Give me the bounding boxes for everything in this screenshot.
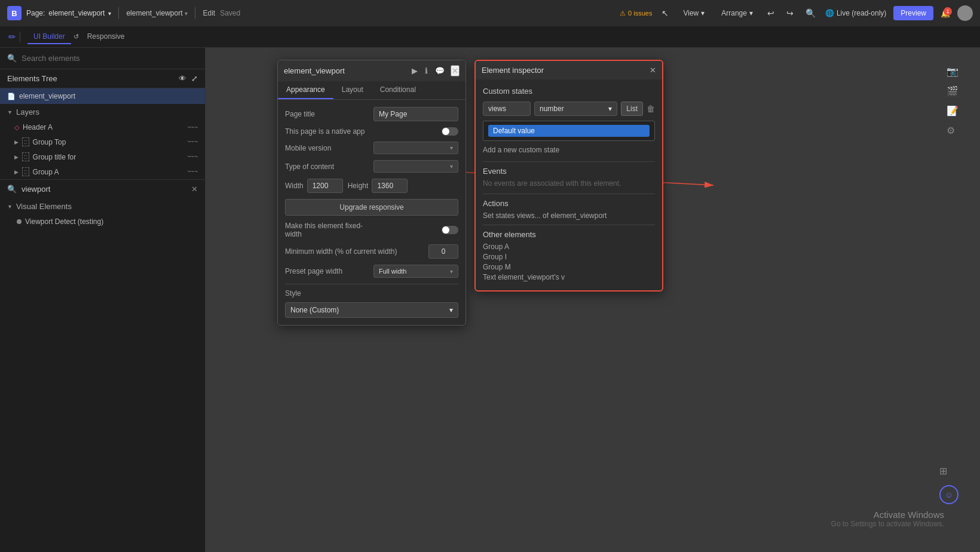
avatar[interactable] bbox=[957, 5, 973, 21]
redo-button[interactable]: ↪ bbox=[784, 6, 796, 20]
tab-responsive[interactable]: Responsive bbox=[81, 30, 131, 44]
inspector-divider bbox=[483, 225, 655, 225]
events-note: No events are associated with this eleme… bbox=[483, 179, 655, 188]
style-label: Style bbox=[285, 289, 458, 298]
layer-item-group-a[interactable]: ▶ :: Group A ~~~ bbox=[0, 164, 205, 179]
logo-icon: B bbox=[7, 6, 22, 20]
undo-button[interactable]: ↩ bbox=[765, 6, 777, 20]
custom-states-label: Custom states bbox=[483, 87, 655, 96]
viewport-search-row: 🔍 ✕ bbox=[0, 179, 205, 198]
add-state-link[interactable]: Add a new custom state bbox=[483, 146, 655, 154]
warning-icon: ⚠ bbox=[620, 10, 626, 17]
layer-item-group-title[interactable]: ▶ :: Group title for ~~~ bbox=[0, 149, 205, 164]
section-divider bbox=[285, 284, 458, 284]
layers-label: Layers bbox=[16, 108, 39, 116]
other-element-group-m[interactable]: Group M bbox=[483, 263, 655, 271]
state-delete-button[interactable]: 🗑 bbox=[647, 104, 655, 114]
group-a-icon: :: bbox=[22, 167, 29, 176]
issues-count: 0 issues bbox=[628, 10, 652, 17]
notifications-button[interactable]: 🔔 1 bbox=[941, 9, 950, 18]
layer-dots: ~~~ bbox=[187, 168, 198, 175]
ui-builder-icon[interactable]: ✏ bbox=[8, 32, 16, 42]
breadcrumb[interactable]: element_viewport ▾ bbox=[126, 9, 188, 17]
state-list-button[interactable]: List bbox=[621, 102, 643, 116]
other-element-group-i[interactable]: Group I bbox=[483, 253, 655, 261]
other-element-group-a[interactable]: Group A bbox=[483, 243, 655, 251]
native-app-toggle[interactable] bbox=[442, 127, 458, 136]
watermark: Activate Windows Go to Settings to activ… bbox=[831, 510, 944, 528]
right-floating-panel: 📷 🎬 📝 ⚙ bbox=[947, 66, 958, 136]
tab-ui-builder[interactable]: UI Builder bbox=[27, 30, 71, 44]
mobile-version-select[interactable]: ▾ bbox=[373, 142, 458, 154]
height-input[interactable] bbox=[372, 179, 408, 193]
fixed-width-label: Make this element fixed-width bbox=[285, 222, 369, 238]
globe-icon: 🌐 bbox=[825, 9, 834, 17]
arrange-menu-button[interactable]: Arrange ▾ bbox=[716, 7, 758, 20]
style-value: None (Custom) bbox=[290, 306, 449, 314]
panel-viewport: element_viewport ▶ ℹ 💬 ✕ Appearance Layo… bbox=[277, 60, 466, 326]
element-item-root[interactable]: 📄 element_viewport bbox=[0, 88, 205, 104]
ve-item-viewport-detect[interactable]: Viewport Detect (testing) bbox=[0, 214, 205, 229]
settings-icon[interactable]: ⚙ bbox=[947, 125, 958, 136]
info-button[interactable]: ℹ bbox=[424, 65, 429, 76]
search-button[interactable]: 🔍 bbox=[803, 6, 818, 20]
search-input[interactable] bbox=[22, 54, 198, 63]
preview-button[interactable]: Preview bbox=[893, 6, 933, 20]
elements-tree-header: Elements Tree 👁 ⤢ bbox=[0, 69, 205, 88]
layer-item-header-a[interactable]: ◇ Header A ~~~ bbox=[0, 120, 205, 134]
preset-width-select[interactable]: Full width ▾ bbox=[373, 265, 458, 278]
upgrade-responsive-button[interactable]: Upgrade responsive bbox=[285, 199, 458, 216]
face-icon[interactable]: ☺ bbox=[939, 485, 958, 504]
camera-icon[interactable]: 📷 bbox=[947, 66, 958, 77]
page-icon: 📄 bbox=[7, 93, 16, 100]
default-value-input[interactable] bbox=[488, 125, 650, 137]
collapse-icon: ▼ bbox=[7, 204, 13, 210]
tab-layout[interactable]: Layout bbox=[333, 81, 372, 99]
top-bar-right: ⚠ 0 issues ↖ View ▾ Arrange ▾ ↩ ↪ 🔍 🌐 Li… bbox=[620, 5, 973, 21]
layer-item-group-top[interactable]: ▶ :: Group Top ~~~ bbox=[0, 134, 205, 149]
canvas-area: element_viewport ▶ ℹ 💬 ✕ Appearance Layo… bbox=[206, 48, 980, 552]
notif-count: 1 bbox=[944, 7, 952, 16]
width-group: Width bbox=[285, 179, 343, 193]
inspector-divider bbox=[483, 194, 655, 194]
content-type-label: Type of content bbox=[285, 162, 369, 171]
content-type-select[interactable]: ▾ bbox=[373, 160, 458, 173]
sub-nav: ✏ UI Builder ↺ Responsive bbox=[0, 26, 980, 48]
close-button[interactable]: ✕ bbox=[451, 65, 460, 76]
panel-tabs: Appearance Layout Conditional bbox=[278, 81, 466, 100]
grid-icon[interactable]: ⊞ bbox=[939, 465, 958, 477]
width-input[interactable] bbox=[307, 179, 343, 193]
root-element-label: element_viewport bbox=[19, 92, 75, 100]
page-selector[interactable]: Page: element_viewport ▾ bbox=[26, 9, 111, 17]
page-title-row: Page title bbox=[285, 107, 458, 121]
tab-appearance[interactable]: Appearance bbox=[278, 81, 333, 99]
content-type-row: Type of content ▾ bbox=[285, 160, 458, 173]
action-item[interactable]: Set states views... of element_viewport bbox=[483, 211, 655, 220]
view-menu-button[interactable]: View ▾ bbox=[678, 7, 709, 20]
video-icon[interactable]: 🎬 bbox=[947, 85, 958, 97]
chevron-down-icon: ▾ bbox=[185, 10, 188, 17]
expand-icon[interactable]: ⤢ bbox=[191, 74, 198, 83]
min-width-input[interactable] bbox=[428, 244, 458, 259]
page-title-input[interactable] bbox=[373, 107, 458, 121]
cursor-tool-button[interactable]: ↖ bbox=[659, 6, 671, 20]
other-element-text[interactable]: Text element_viewport's v bbox=[483, 273, 655, 281]
fixed-width-row: Make this element fixed-width bbox=[285, 222, 458, 238]
play-button[interactable]: ▶ bbox=[411, 65, 419, 76]
fixed-width-toggle[interactable] bbox=[442, 226, 458, 234]
chevron-down-icon: ▾ bbox=[450, 145, 453, 151]
saved-label: Saved bbox=[220, 9, 240, 17]
inspector-close-button[interactable]: ✕ bbox=[650, 66, 656, 75]
eye-icon[interactable]: 👁 bbox=[179, 74, 186, 83]
state-name-input[interactable] bbox=[483, 102, 531, 116]
style-select[interactable]: None (Custom) ▾ bbox=[285, 302, 458, 318]
layers-section-header[interactable]: ▼ Layers bbox=[0, 104, 205, 120]
comment-button[interactable]: 💬 bbox=[434, 65, 446, 76]
live-button[interactable]: 🌐 Live (read-only) bbox=[825, 9, 886, 17]
chevron-down-icon: ▾ bbox=[449, 306, 453, 314]
state-type-select[interactable]: number ▾ bbox=[534, 102, 617, 116]
edit-icon[interactable]: 📝 bbox=[947, 105, 958, 116]
close-search-icon[interactable]: ✕ bbox=[191, 185, 198, 194]
tab-conditional[interactable]: Conditional bbox=[372, 81, 424, 99]
viewport-search-input[interactable] bbox=[22, 185, 186, 194]
